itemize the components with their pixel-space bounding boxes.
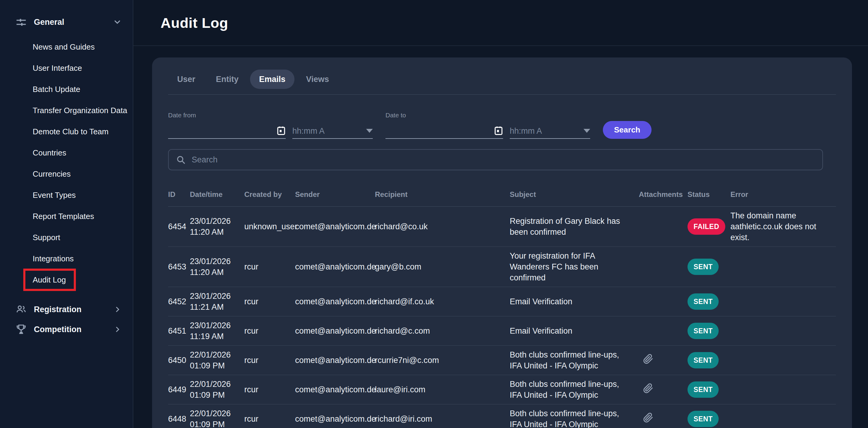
sidebar-item-support[interactable]: Support: [0, 227, 133, 248]
table-row[interactable]: 645123/01/202611:19 AMrcurcomet@analytic…: [168, 316, 836, 346]
table-row[interactable]: 645223/01/202611:21 AMrcurcomet@analytic…: [168, 287, 836, 316]
sidebar-general-items: News and GuidesUser InterfaceBatch Updat…: [0, 32, 133, 294]
dropdown-arrow-icon[interactable]: [366, 129, 373, 133]
cell-error: [731, 298, 836, 305]
sidebar-item-audit-log[interactable]: Audit Log: [0, 269, 133, 291]
cell-created-by: rcur: [244, 322, 295, 340]
sidebar-item-label: Currencies: [33, 170, 71, 179]
sidebar-section-general[interactable]: General: [0, 12, 133, 32]
cell-recipient: laure@iri.com: [375, 380, 510, 399]
table-row[interactable]: 644922/01/202601:09 PMrcurcomet@analytic…: [168, 375, 836, 404]
column-header-attachments: Attachments: [639, 190, 687, 199]
content-area: UserEntityEmailsViews Date from: [133, 46, 868, 428]
cell-date: 23/01/2026: [190, 256, 238, 267]
cell-subject: Registration of Gary Black has been conf…: [510, 212, 639, 241]
sidebar-item-user-interface[interactable]: User Interface: [0, 58, 133, 79]
sidebar-item-label: Integrations: [33, 254, 74, 264]
cell-recipient: richard@if.co.uk: [375, 293, 510, 311]
time-to-field: [510, 125, 590, 139]
status-badge: SENT: [687, 258, 719, 275]
cell-date: 23/01/2026: [190, 216, 238, 226]
search-button[interactable]: Search: [603, 121, 652, 139]
status-badge: SENT: [687, 294, 719, 310]
chevron-down-icon: [113, 18, 122, 27]
sidebar-item-countries[interactable]: Countries: [0, 142, 133, 163]
cell-attachments: [639, 223, 687, 230]
date-from-label: Date from: [168, 112, 286, 119]
search-input[interactable]: [192, 155, 815, 164]
sidebar-item-batch-update[interactable]: Batch Update: [0, 79, 133, 100]
date-from-input[interactable]: [168, 126, 274, 136]
chevron-right-icon: [113, 325, 122, 334]
cell-date: 22/01/2026: [190, 349, 238, 360]
sidebar-item-label: Report Templates: [33, 212, 94, 221]
cell-recipient: richard@c.com: [375, 322, 510, 340]
sidebar-item-event-types[interactable]: Event Types: [0, 184, 133, 206]
table-row[interactable]: 644822/01/202601:09 PMrcurcomet@analytic…: [168, 404, 836, 428]
cell-status: SENT: [687, 255, 731, 279]
tab-entity[interactable]: Entity: [207, 69, 248, 89]
tab-emails[interactable]: Emails: [250, 69, 294, 89]
cell-date: 23/01/2026: [190, 320, 238, 331]
sidebar-item-transfer-organization-data[interactable]: Transfer Organization Data: [0, 100, 133, 121]
table-row[interactable]: 645423/01/202611:20 AMunknown_usercomet@…: [168, 207, 836, 247]
audit-table: IDDate/timeCreated bySenderRecipientSubj…: [168, 182, 836, 428]
cell-subject: Both clubs confirmed line-ups, IFA Unite…: [510, 404, 639, 428]
column-header-recipient: Recipient: [375, 190, 510, 199]
column-header-error: Error: [731, 190, 836, 199]
status-badge: SENT: [687, 381, 719, 398]
sidebar-item-label: Support: [33, 233, 60, 242]
tab-bar: UserEntityEmailsViews: [168, 69, 836, 89]
dropdown-arrow-icon[interactable]: [584, 129, 590, 133]
cell-datetime: 22/01/202601:09 PM: [190, 375, 244, 404]
cell-status: FAILED: [687, 215, 731, 238]
cell-created-by: rcur: [244, 258, 295, 276]
cell-sender: comet@analyticom.de: [295, 293, 375, 311]
status-badge: SENT: [687, 411, 719, 427]
calendar-icon[interactable]: [277, 125, 286, 136]
cell-id: 6454: [168, 217, 190, 236]
audit-log-panel: UserEntityEmailsViews Date from: [152, 58, 852, 428]
paperclip-icon: [643, 354, 653, 364]
cell-subject: Email Verification: [510, 293, 639, 311]
table-row[interactable]: 645022/01/202601:09 PMrcurcomet@analytic…: [168, 346, 836, 375]
time-from-input[interactable]: [292, 126, 364, 136]
cell-attachments: [639, 350, 687, 370]
sidebar-collapsed-groups: RegistrationCompetition: [0, 300, 133, 339]
cell-sender: comet@analyticom.de: [295, 351, 375, 369]
calendar-icon[interactable]: [494, 125, 503, 136]
date-from-field: Date from: [168, 112, 286, 139]
cell-id: 6450: [168, 351, 190, 369]
cell-datetime: 23/01/202611:19 AM: [190, 316, 244, 345]
sidebar-item-report-templates[interactable]: Report Templates: [0, 206, 133, 227]
sidebar-item-news-and-guides[interactable]: News and Guides: [0, 36, 133, 58]
cell-subject: Both clubs confirmed line-ups, IFA Unite…: [510, 346, 639, 375]
status-badge: FAILED: [687, 218, 725, 235]
cell-status: SENT: [687, 407, 731, 428]
sidebar-section-label: General: [34, 18, 113, 27]
sidebar-section-registration[interactable]: Registration: [0, 300, 133, 319]
status-badge: SENT: [687, 323, 719, 339]
sidebar-item-label: Event Types: [33, 190, 76, 200]
sidebar-section-competition[interactable]: Competition: [0, 319, 133, 339]
cell-created-by: rcur: [244, 380, 295, 399]
sidebar-section-label: Registration: [34, 305, 113, 314]
search-icon: [176, 155, 186, 164]
cell-time: 11:20 AM: [190, 226, 238, 238]
cell-time: 11:20 AM: [190, 267, 238, 278]
filter-row: Date from: [168, 112, 836, 139]
cell-error: [731, 357, 836, 364]
cell-recipient: richard@iri.com: [375, 410, 510, 428]
cell-status: SENT: [687, 290, 731, 313]
cell-error: [731, 415, 836, 423]
date-to-input[interactable]: [385, 126, 492, 136]
cell-recipient: rcurrie7ni@c.com: [375, 351, 510, 369]
tab-user[interactable]: User: [168, 69, 205, 89]
sidebar-item-currencies[interactable]: Currencies: [0, 163, 133, 184]
time-to-input[interactable]: [510, 126, 581, 136]
table-row[interactable]: 645323/01/202611:20 AMrcurcomet@analytic…: [168, 247, 836, 287]
sidebar-item-demote-club-to-team[interactable]: Demote Club to Team: [0, 121, 133, 142]
sidebar-item-integrations[interactable]: Integrations: [0, 248, 133, 269]
tab-views[interactable]: Views: [297, 69, 338, 89]
cell-status: SENT: [687, 348, 731, 372]
